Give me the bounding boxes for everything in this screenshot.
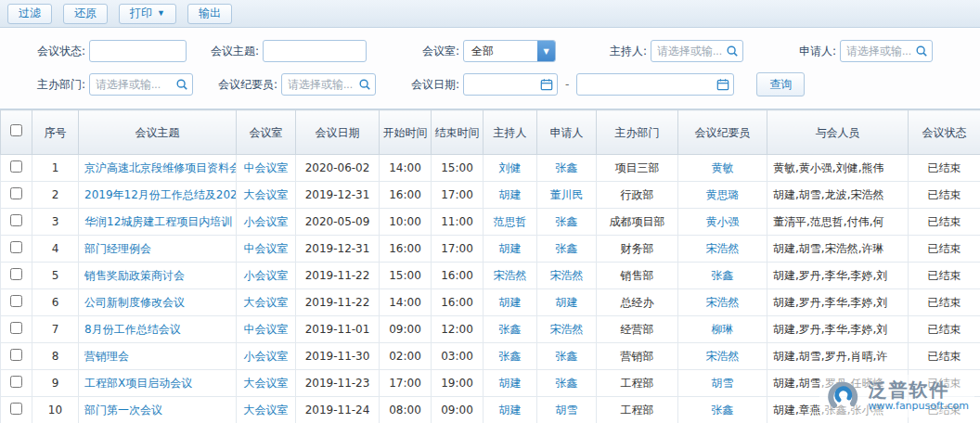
room-link[interactable]: 大会议室 (244, 377, 289, 390)
topic-link[interactable]: 公司新制度修改会议 (84, 296, 185, 309)
meeting-status-input[interactable] (89, 40, 187, 62)
room-link[interactable]: 中会议室 (244, 323, 289, 336)
row-checkbox[interactable] (10, 187, 22, 199)
cell-checkbox (1, 263, 32, 289)
meeting-room-select[interactable]: 全部 ▼ (463, 40, 556, 62)
applicant-link[interactable]: 宋浩然 (550, 269, 584, 282)
row-checkbox[interactable] (10, 403, 22, 415)
row-checkbox[interactable] (10, 160, 22, 173)
recorder-link[interactable]: 宋浩然 (706, 350, 740, 363)
chevron-down-icon[interactable]: ▼ (537, 41, 555, 61)
topic-link[interactable]: 工程部X项目启动会议 (84, 377, 192, 390)
restore-button[interactable]: 还原 (63, 4, 108, 24)
filter-panel: 会议状态: 会议主题: 会议室: 全部 ▼ 主持人: 申请人: (0, 28, 980, 109)
host-link[interactable]: 刘健 (499, 161, 522, 174)
topic-link[interactable]: 2019年12月份工作总结及2020 (84, 188, 237, 201)
search-icon[interactable] (915, 45, 928, 58)
search-icon[interactable] (175, 78, 188, 91)
meeting-table: 序号 会议主题 会议室 会议日期 开始时间 结束时间 主持人 申请人 主办部门 … (0, 109, 980, 423)
host-link[interactable]: 胡建 (499, 242, 522, 255)
host-link[interactable]: 张鑫 (499, 350, 522, 363)
cell-topic: 京沪高速北京段维修项目资料会 (79, 155, 237, 182)
recorder-link[interactable]: 胡雪 (712, 377, 734, 390)
room-link[interactable]: 大会议室 (244, 188, 289, 201)
topic-link[interactable]: 8月份工作总结会议 (84, 323, 181, 336)
topic-link[interactable]: 华润12城房建工程项目内培训 (84, 215, 232, 228)
cell-dept: 营销部 (597, 343, 678, 370)
room-link[interactable]: 中会议室 (244, 161, 289, 174)
applicant-link[interactable]: 张鑫 (556, 377, 578, 390)
host-link[interactable]: 张鑫 (499, 323, 522, 336)
room-link[interactable]: 大会议室 (244, 404, 289, 417)
host-link[interactable]: 范思哲 (494, 215, 527, 228)
row-checkbox[interactable] (10, 322, 22, 334)
cell-index: 8 (32, 343, 79, 370)
row-checkbox[interactable] (10, 241, 22, 253)
meeting-date-end-input[interactable] (576, 73, 734, 96)
applicant-link[interactable]: 张鑫 (556, 242, 578, 255)
applicant-link[interactable]: 胡雪 (556, 404, 578, 417)
cell-index: 4 (32, 236, 79, 263)
cell-host: 胡建 (484, 236, 537, 263)
row-checkbox[interactable] (10, 214, 22, 226)
host-link[interactable]: 宋浩然 (494, 269, 527, 282)
table-row: 5销售奖励政策商讨会小会议室2019-11-2215:0016:00宋浩然宋浩然… (1, 263, 980, 289)
host-link[interactable]: 胡建 (499, 188, 522, 201)
applicant-link[interactable]: 胡建 (556, 296, 578, 309)
meeting-topic-input[interactable] (263, 40, 367, 62)
applicant-link[interactable]: 张鑫 (556, 215, 578, 228)
cell-room: 小会议室 (237, 263, 296, 289)
applicant-link[interactable]: 张鑫 (556, 350, 578, 363)
cell-date: 2019-11-22 (296, 289, 380, 316)
recorder-link[interactable]: 张鑫 (712, 269, 734, 282)
applicant-link[interactable]: 张鑫 (556, 161, 578, 174)
cell-applicant: 宋浩然 (537, 263, 597, 289)
host-link[interactable]: 胡建 (499, 404, 522, 417)
recorder-link[interactable]: 黄敏 (712, 161, 734, 174)
applicant-link[interactable]: 宋浩然 (550, 323, 584, 336)
restore-button-label: 还原 (74, 6, 97, 21)
cell-status: 已结束 (909, 370, 980, 397)
row-checkbox[interactable] (10, 268, 22, 280)
recorder-link[interactable]: 黄思璐 (706, 188, 740, 201)
cell-applicant: 张鑫 (537, 155, 597, 182)
search-icon[interactable] (358, 78, 371, 91)
topic-link[interactable]: 部门经理例会 (84, 242, 151, 255)
row-checkbox[interactable] (10, 376, 22, 388)
recorder-link[interactable]: 张鑫 (712, 404, 734, 417)
cell-start: 09:00 (380, 316, 432, 343)
search-icon[interactable] (726, 45, 739, 58)
search-button[interactable]: 查询 (756, 72, 805, 96)
topic-link[interactable]: 营销理会 (84, 350, 129, 363)
room-link[interactable]: 中会议室 (244, 242, 289, 255)
filter-row-2: 主办部门: 会议纪要员: 会议日期: - (0, 68, 980, 101)
print-button[interactable]: 打印 ▼ (119, 4, 176, 24)
room-link[interactable]: 小会议室 (244, 215, 289, 228)
room-link[interactable]: 小会议室 (244, 269, 289, 282)
applicant-link[interactable]: 董川民 (550, 188, 584, 201)
recorder-link[interactable]: 柳琳 (712, 323, 734, 336)
select-all-checkbox[interactable] (10, 124, 22, 136)
cell-date: 2020-06-02 (296, 155, 380, 182)
recorder-link[interactable]: 宋浩然 (706, 242, 740, 255)
cell-host: 胡建 (484, 182, 537, 209)
cell-topic: 营销理会 (79, 343, 237, 370)
export-button[interactable]: 输出 (187, 4, 232, 24)
topic-link[interactable]: 京沪高速北京段维修项目资料会 (84, 161, 237, 174)
cell-dept: 销售部 (597, 263, 678, 289)
room-link[interactable]: 小会议室 (244, 350, 289, 363)
calendar-icon[interactable] (540, 78, 553, 91)
topic-link[interactable]: 销售奖励政策商讨会 (84, 269, 185, 282)
row-checkbox[interactable] (10, 349, 22, 361)
topic-link[interactable]: 部门第一次会议 (84, 404, 162, 417)
table-row: 4部门经理例会中会议室2019-12-3116:0017:00胡建张鑫财务部宋浩… (1, 236, 980, 263)
host-link[interactable]: 胡建 (499, 296, 522, 309)
filter-button[interactable]: 过滤 (7, 4, 52, 24)
host-link[interactable]: 胡建 (499, 377, 522, 390)
recorder-link[interactable]: 宋浩然 (706, 296, 740, 309)
room-link[interactable]: 大会议室 (244, 296, 289, 309)
recorder-link[interactable]: 黄小强 (706, 215, 740, 228)
cell-index: 6 (32, 289, 79, 316)
calendar-icon[interactable] (716, 78, 729, 91)
row-checkbox[interactable] (10, 295, 22, 307)
